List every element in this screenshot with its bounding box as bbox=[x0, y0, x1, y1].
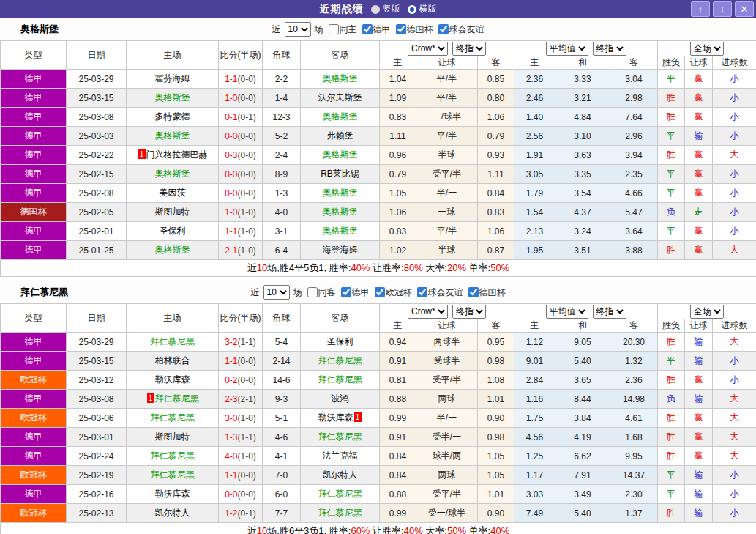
league-checkbox[interactable] bbox=[468, 287, 479, 297]
match-row: 欧冠杯25-03-06拜仁慕尼黑3-0(1-0)5-1勒沃库森10.99半/一0… bbox=[1, 409, 756, 428]
scope-select[interactable]: 全场 bbox=[690, 305, 724, 319]
league-filter[interactable]: 德国杯 bbox=[393, 23, 433, 36]
home-team-name: 勒沃库森 bbox=[155, 489, 190, 499]
avg-source-select[interactable]: 平均值 bbox=[546, 305, 588, 319]
avg-home-odds: 1.12 bbox=[514, 333, 555, 352]
result-handicap: 赢 bbox=[685, 184, 713, 203]
col-header: 日期 bbox=[67, 304, 127, 333]
away-team: 波鸿 bbox=[301, 390, 380, 409]
crow-home-odds: 0.88 bbox=[380, 485, 416, 504]
avg-home-odds: 4.56 bbox=[514, 428, 555, 447]
result-goals: 大 bbox=[713, 409, 756, 428]
home-team: 奥格斯堡 bbox=[127, 241, 219, 260]
crow-away-odds: 1.06 bbox=[478, 108, 514, 127]
league-label: 欧冠杯 bbox=[386, 286, 412, 299]
crow-away-odds: 0.90 bbox=[478, 504, 514, 523]
avg-home-odds: 1.54 bbox=[514, 203, 555, 222]
league-checkbox[interactable] bbox=[438, 24, 449, 34]
avg-away-odds: 14.98 bbox=[610, 390, 658, 409]
same-venue-label: 同客 bbox=[318, 286, 336, 299]
league-checkbox[interactable] bbox=[375, 287, 385, 297]
same-venue-filter[interactable]: 同主 bbox=[326, 23, 357, 36]
league-filter[interactable]: 德甲 bbox=[359, 23, 391, 36]
league-checkbox[interactable] bbox=[362, 24, 373, 34]
result-goals: 小 bbox=[713, 89, 756, 108]
league-checkbox[interactable] bbox=[396, 24, 406, 34]
fulltime-score: 1-1 bbox=[225, 74, 237, 84]
home-team: 斯图加特 bbox=[127, 428, 219, 447]
match-date: 25-01-25 bbox=[67, 241, 127, 260]
league-filter[interactable]: 德国杯 bbox=[465, 286, 506, 299]
result-handicap: 赢 bbox=[685, 146, 713, 165]
away-team-name: RB莱比锡 bbox=[321, 168, 359, 179]
away-team-name: 奥格斯堡 bbox=[323, 226, 358, 236]
scope-select[interactable]: 全场 bbox=[690, 42, 724, 56]
team-name: 奥格斯堡 bbox=[20, 23, 59, 36]
home-team-name: 凯尔特人 bbox=[155, 508, 190, 518]
same-venue-filter[interactable]: 同客 bbox=[304, 286, 336, 299]
match-type-badge: 欧冠杯 bbox=[1, 504, 67, 523]
home-team-name: 拜仁慕尼黑 bbox=[151, 336, 195, 346]
crow-handicap: 平/半 bbox=[416, 222, 478, 241]
summary-segment: 场,胜6平3负1, 胜率: bbox=[267, 525, 351, 534]
avg-stage-select[interactable]: 终指 bbox=[593, 305, 626, 319]
bookmaker-select[interactable]: Crow* bbox=[408, 42, 448, 56]
layout-option-vertical[interactable]: 竖版 bbox=[371, 3, 400, 15]
avg-draw-odds: 3.65 bbox=[555, 371, 610, 390]
near-label: 近 bbox=[251, 286, 260, 299]
match-count-select[interactable]: 10 bbox=[285, 22, 311, 37]
avg-stage-select[interactable]: 终指 bbox=[593, 42, 626, 56]
avg-draw-odds: 5.40 bbox=[555, 504, 610, 523]
avg-draw-odds: 3.63 bbox=[555, 146, 610, 165]
league-checkbox[interactable] bbox=[341, 287, 351, 297]
match-type-badge: 德甲 bbox=[1, 89, 67, 108]
avg-away-odds: 2.96 bbox=[610, 127, 658, 146]
same-venue-label: 同主 bbox=[340, 23, 357, 36]
match-count-select[interactable]: 10 bbox=[263, 285, 290, 300]
halftime-score: (1-1) bbox=[238, 337, 256, 347]
same-venue-checkbox[interactable] bbox=[329, 24, 339, 34]
home-team: 斯图加特 bbox=[127, 203, 219, 222]
result-handicap: 赢 bbox=[685, 108, 713, 127]
avg-home-odds: 1.79 bbox=[514, 184, 555, 203]
bookmaker-stage-select[interactable]: 终指 bbox=[452, 305, 486, 319]
move-up-button[interactable]: ↑ bbox=[691, 1, 710, 17]
crow-home-odds: 0.81 bbox=[380, 371, 416, 390]
league-filter[interactable]: 球会友谊 bbox=[414, 286, 463, 299]
result-wdl: 平 bbox=[658, 127, 685, 146]
crow-home-odds: 0.94 bbox=[380, 333, 416, 352]
score: 1-1(1-0) bbox=[219, 222, 263, 241]
bookmaker-stage-select[interactable]: 终指 bbox=[452, 42, 486, 56]
result-handicap: 赢 bbox=[685, 428, 713, 447]
avg-draw-odds: 4.37 bbox=[555, 203, 610, 222]
close-button[interactable]: ✕ bbox=[735, 1, 754, 17]
away-team: 拜仁慕尼黑 bbox=[301, 428, 380, 447]
same-venue-checkbox[interactable] bbox=[307, 287, 318, 297]
halftime-score: (0-0) bbox=[238, 150, 256, 160]
league-filter[interactable]: 欧冠杯 bbox=[372, 286, 412, 299]
league-filter[interactable]: 球会友谊 bbox=[435, 23, 484, 36]
score: 3-2(1-1) bbox=[219, 333, 263, 352]
match-date: 25-03-08 bbox=[67, 390, 127, 409]
away-team: 海登海姆 bbox=[301, 241, 380, 260]
summary-row: 近10场,胜4平5负1, 胜率:40% 让胜率:80% 大率:20% 单率:50… bbox=[1, 260, 756, 277]
avg-home-odds: 1.91 bbox=[514, 146, 555, 165]
match-row: 欧冠杯25-02-19拜仁慕尼黑1-1(0-0)7-0凯尔特人0.84两球1.0… bbox=[1, 466, 756, 485]
league-checkbox[interactable] bbox=[417, 287, 427, 297]
avg-source-select[interactable]: 平均值 bbox=[546, 42, 588, 56]
fulltime-score: 0-0 bbox=[225, 169, 237, 179]
match-date: 25-03-01 bbox=[67, 428, 127, 447]
bookmaker-select[interactable]: Crow* bbox=[408, 305, 448, 319]
avg-home-odds: 2.46 bbox=[514, 89, 555, 108]
away-team: 凯尔特人 bbox=[301, 466, 380, 485]
league-filter[interactable]: 德甲 bbox=[338, 286, 370, 299]
sub-col-header: 客 bbox=[478, 56, 514, 70]
crow-away-odds: 1.08 bbox=[478, 371, 514, 390]
match-row: 德甲25-02-08美因茨0-0(0-0)1-3奥格斯堡1.05半/一0.841… bbox=[1, 184, 756, 203]
away-team: 拜仁慕尼黑 bbox=[301, 485, 380, 504]
league-label: 德甲 bbox=[352, 286, 370, 299]
layout-option-horizontal[interactable]: 横版 bbox=[408, 3, 437, 15]
move-down-button[interactable]: ↓ bbox=[713, 1, 732, 17]
crow-home-odds: 0.88 bbox=[380, 390, 416, 409]
summary-segment: 40% bbox=[351, 262, 370, 273]
